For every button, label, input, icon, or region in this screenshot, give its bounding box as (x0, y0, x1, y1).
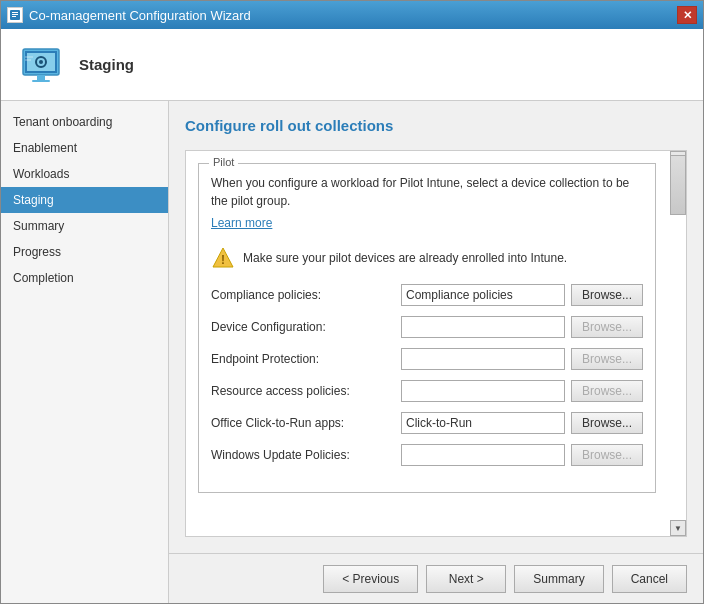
resource-browse-btn[interactable]: Browse... (571, 380, 643, 402)
field-row-endpoint: Endpoint Protection: Browse... (211, 348, 643, 370)
header-title: Staging (79, 56, 134, 73)
pilot-group-legend: Pilot (209, 156, 238, 168)
scrollbar-thumb[interactable] (670, 155, 686, 215)
previous-button[interactable]: < Previous (323, 565, 418, 593)
sidebar-item-summary[interactable]: Summary (1, 213, 168, 239)
svg-point-10 (39, 60, 43, 64)
scroll-area[interactable]: ▲ ▼ Pilot When you configure a workload … (185, 150, 687, 537)
field-row-resource: Resource access policies: Browse... (211, 380, 643, 402)
cancel-button[interactable]: Cancel (612, 565, 687, 593)
warning-icon: ! (211, 246, 235, 270)
learn-more-link[interactable]: Learn more (211, 216, 272, 230)
endpoint-input[interactable] (401, 348, 565, 370)
title-bar: Co-management Configuration Wizard ✕ (1, 1, 703, 29)
resource-input[interactable] (401, 380, 565, 402)
svg-rect-1 (12, 14, 18, 15)
header-bar: Staging (1, 29, 703, 101)
scroll-content: Pilot When you configure a workload for … (186, 151, 668, 517)
scrollbar-down-arrow[interactable]: ▼ (670, 520, 686, 536)
sidebar-item-workloads[interactable]: Workloads (1, 161, 168, 187)
next-button[interactable]: Next > (426, 565, 506, 593)
summary-button[interactable]: Summary (514, 565, 603, 593)
svg-text:!: ! (221, 253, 225, 267)
device-config-label: Device Configuration: (211, 320, 401, 334)
field-row-device-config: Device Configuration: Browse... (211, 316, 643, 338)
page-title: Configure roll out collections (185, 117, 687, 134)
endpoint-browse-btn[interactable]: Browse... (571, 348, 643, 370)
field-row-office: Office Click-to-Run apps: Browse... (211, 412, 643, 434)
svg-rect-8 (32, 80, 50, 82)
pilot-group: Pilot When you configure a workload for … (198, 163, 656, 493)
device-config-browse-btn[interactable]: Browse... (571, 316, 643, 338)
compliance-label: Compliance policies: (211, 288, 401, 302)
field-row-windows-update: Windows Update Policies: Browse... (211, 444, 643, 466)
windows-update-input[interactable] (401, 444, 565, 466)
sidebar-item-staging[interactable]: Staging (1, 187, 168, 213)
window-title: Co-management Configuration Wizard (29, 8, 251, 23)
windows-update-label: Windows Update Policies: (211, 448, 401, 462)
content-area: Tenant onboarding Enablement Workloads S… (1, 101, 703, 603)
endpoint-label: Endpoint Protection: (211, 352, 401, 366)
footer: < Previous Next > Summary Cancel (169, 553, 703, 603)
svg-rect-2 (12, 12, 18, 13)
close-button[interactable]: ✕ (677, 6, 697, 24)
resource-label: Resource access policies: (211, 384, 401, 398)
title-bar-left: Co-management Configuration Wizard (7, 7, 251, 23)
office-label: Office Click-to-Run apps: (211, 416, 401, 430)
windows-update-browse-btn[interactable]: Browse... (571, 444, 643, 466)
pilot-description: When you configure a workload for Pilot … (211, 174, 643, 210)
office-browse-btn[interactable]: Browse... (571, 412, 643, 434)
warning-box: ! Make sure your pilot devices are alrea… (211, 246, 643, 270)
compliance-input[interactable] (401, 284, 565, 306)
compliance-browse-btn[interactable]: Browse... (571, 284, 643, 306)
svg-rect-7 (37, 75, 45, 80)
sidebar: Tenant onboarding Enablement Workloads S… (1, 101, 169, 603)
wizard-window: Co-management Configuration Wizard ✕ (0, 0, 704, 604)
device-config-input[interactable] (401, 316, 565, 338)
sidebar-item-enablement[interactable]: Enablement (1, 135, 168, 161)
main-panel: Configure roll out collections ▲ ▼ Pilot… (169, 101, 703, 603)
sidebar-item-progress[interactable]: Progress (1, 239, 168, 265)
office-input[interactable] (401, 412, 565, 434)
sidebar-item-tenant-onboarding[interactable]: Tenant onboarding (1, 109, 168, 135)
main-content: Configure roll out collections ▲ ▼ Pilot… (169, 101, 703, 553)
svg-rect-3 (12, 16, 16, 17)
staging-icon (17, 41, 65, 89)
field-row-compliance: Compliance policies: Browse... (211, 284, 643, 306)
sidebar-item-completion[interactable]: Completion (1, 265, 168, 291)
warning-text: Make sure your pilot devices are already… (243, 251, 567, 265)
window-icon (7, 7, 23, 23)
